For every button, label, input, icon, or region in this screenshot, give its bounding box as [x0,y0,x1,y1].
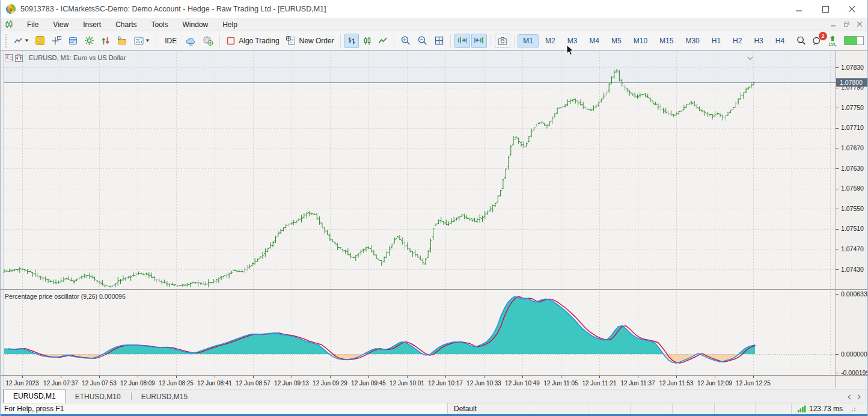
price-chart[interactable]: 1.078301.077901.077501.077101.076701.076… [1,50,868,390]
chart-tab-eurusd-m1[interactable]: EURUSD,M1 [3,390,66,403]
candles-mode-icon [362,36,372,46]
chart-tab-eurusd-m15[interactable]: EURUSD,M15 [133,391,196,403]
svg-text:0.000633: 0.000633 [841,290,867,298]
timeframe-h4-button[interactable]: H4 [770,34,790,47]
titlebar: S 50913783 - ICMarketsSC-Demo: Demo Acco… [1,0,867,18]
svg-text:1.07470: 1.07470 [841,245,864,252]
tab-scroll-left-icon[interactable] [845,393,854,401]
svg-text:i: i [59,37,60,40]
menu-item-help[interactable]: Help [215,19,245,30]
depth-of-market-icon[interactable] [5,54,13,61]
folder-button[interactable] [114,34,130,48]
timeframe-m1-button[interactable]: M1 [518,34,539,47]
toolbar-separator [340,34,341,47]
cloud-button[interactable] [183,34,199,48]
connection-progress-bar [844,36,864,45]
lvl-label: LVL [829,42,837,46]
timeframe-m15-button[interactable]: M15 [654,34,679,47]
app-logo-icon: S [5,4,16,14]
community-button[interactable] [200,34,216,48]
menu-item-window[interactable]: Window [176,19,216,30]
cloud-icon [185,36,197,46]
chart-area: EURUSD, M1: Euro vs US Dollar Percentage… [1,50,868,390]
timeframe-m2-button[interactable]: M2 [540,34,561,47]
shift-back-button[interactable] [471,34,487,48]
svg-text:12 Jun 08:41: 12 Jun 08:41 [197,380,232,387]
grid-button[interactable] [432,34,447,48]
svg-text:12 Jun 10:01: 12 Jun 10:01 [390,380,424,387]
market-watch-button[interactable] [66,34,81,48]
chart-title: EURUSD, M1: Euro vs US Dollar [29,54,126,61]
zoom-in-icon [400,35,411,46]
timeframe-m3-button[interactable]: M3 [562,34,583,47]
maximize-button[interactable] [812,1,839,17]
indicator-label: Percentage price oscillator (9,26) 0.000… [5,293,126,300]
search-button[interactable] [794,34,808,48]
svg-text:12 Jun 12:09: 12 Jun 12:09 [697,380,732,387]
new-order-button[interactable]: New Order [283,34,337,48]
folder-icon [117,36,127,46]
svg-text:1.07550: 1.07550 [841,205,864,212]
svg-text:0.000000: 0.000000 [841,350,867,358]
toolbar-grip[interactable] [5,34,8,47]
line-mode-button[interactable] [376,34,390,48]
tab-divider [131,393,132,400]
bars-mode-button[interactable] [344,34,359,48]
svg-text:12 Jun 10:33: 12 Jun 10:33 [466,380,501,387]
chart-window-icon[interactable] [4,20,16,29]
crosshair-info-icon: i [51,35,62,46]
menu-item-charts[interactable]: Charts [108,19,144,30]
dollar-icon: $ [35,35,45,46]
chart-header: EURUSD, M1: Euro vs US Dollar [5,54,126,61]
timeframe-h1-button[interactable]: H1 [706,34,726,47]
community-account-button[interactable]: 2 [810,34,824,48]
chart-tab-ethusd-m10[interactable]: ETHUSD,M10 [67,391,129,403]
timeframe-m4-button[interactable]: M4 [584,34,605,47]
minimize-button[interactable] [786,1,812,17]
chart-expand-chevron-icon[interactable] [747,52,753,63]
timeframe-m30-button[interactable]: M30 [680,34,704,47]
shift-end-button[interactable] [454,34,470,48]
lvl-button[interactable]: LVL [825,34,840,48]
chart-frame-button[interactable] [131,34,152,48]
svg-text:12 Jun 09:13: 12 Jun 09:13 [274,380,309,387]
algo-trading-button[interactable]: Algo Trading [224,34,281,48]
shift-back-icon [474,36,484,46]
toolbar-separator [219,34,220,47]
ask-zone [4,51,836,82]
tab-scroll-right-icon[interactable] [854,393,864,401]
timeframe-h3-button[interactable]: H3 [748,34,768,47]
menu-item-view[interactable]: View [46,19,76,30]
close-button[interactable] [839,1,865,17]
chart-line-button[interactable] [11,34,31,48]
chart-tabbar: EURUSD,M1ETHUSD,M10EURUSD,M15 [1,390,867,403]
timeframe-m5-button[interactable]: M5 [606,34,627,47]
svg-text:12 Jun 11:21: 12 Jun 11:21 [582,380,617,387]
zoom-out-button[interactable] [415,34,430,48]
button-ide-button[interactable]: IDE [160,34,182,48]
toolbar-separator [394,34,394,47]
gear-button[interactable] [82,34,97,48]
child-minimize-button[interactable] [828,20,839,29]
arrows-updown-button[interactable] [98,34,113,48]
menu-item-insert[interactable]: Insert [76,19,108,30]
statusbar: For Help, press F1 Default 123.73 ms [1,403,867,414]
timeframe-h2-button[interactable]: H2 [727,34,747,47]
new-order-icon [286,35,296,46]
menu-item-tools[interactable]: Tools [144,19,176,30]
camera-button[interactable] [495,34,510,48]
svg-text:1.07750: 1.07750 [841,104,864,111]
child-close-button[interactable] [854,20,865,29]
candles-mode-button[interactable] [360,34,374,48]
child-restore-button[interactable] [841,20,852,29]
chart-properties-icon[interactable] [15,54,23,61]
zoom-in-button[interactable] [398,34,414,48]
crosshair-info-button[interactable]: i [49,34,64,48]
status-cell-default[interactable]: Default [447,403,528,414]
timeframe-m10-button[interactable]: M10 [628,34,653,47]
svg-text:1.07800: 1.07800 [840,79,863,86]
menu-item-file[interactable]: File [20,19,46,30]
dollar-button[interactable]: $ [32,34,47,48]
toolbar-separator [450,34,451,47]
svg-text:12 Jun 07:53: 12 Jun 07:53 [82,380,117,387]
